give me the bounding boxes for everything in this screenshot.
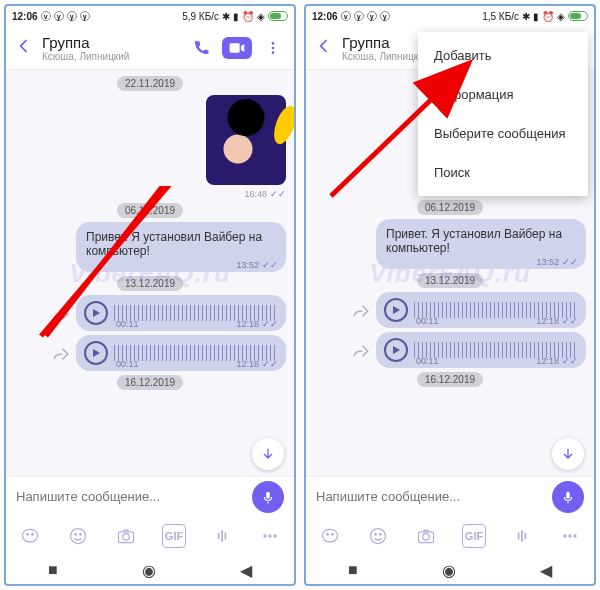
nav-back-icon[interactable]: ◀ <box>240 561 252 580</box>
chat-title: Группа <box>42 34 180 51</box>
play-button[interactable] <box>84 341 108 365</box>
menu-item-select[interactable]: Выберите сообщения <box>418 114 588 153</box>
read-checks-icon: ✓✓ <box>262 359 278 369</box>
status-app-icon: v <box>341 11 351 21</box>
svg-point-25 <box>375 534 377 536</box>
menu-item-search[interactable]: Поиск <box>418 153 588 192</box>
emoji-picker-icon[interactable] <box>66 524 90 548</box>
nav-recent-icon[interactable]: ■ <box>348 561 358 579</box>
overflow-menu: Добавить Информация Выберите сообщения П… <box>418 32 588 196</box>
status-app-icon: y <box>367 11 377 21</box>
read-checks-icon: ✓✓ <box>262 260 278 270</box>
more-tools-icon[interactable] <box>258 524 282 548</box>
emoji-picker-icon[interactable] <box>366 524 390 548</box>
msg-text: Привет. Я установил Вайбер на компьютер! <box>386 227 562 255</box>
status-time: 12:06 <box>312 11 338 22</box>
svg-point-26 <box>380 534 382 536</box>
voice-message[interactable]: 00:11 12:18✓✓ <box>76 335 286 371</box>
voice-wave-icon[interactable] <box>210 524 234 548</box>
back-button[interactable] <box>314 36 334 60</box>
tool-row: GIF <box>6 516 294 556</box>
nav-recent-icon[interactable]: ■ <box>48 561 58 579</box>
message-input[interactable] <box>16 489 244 504</box>
date-chip: 06.12.2019 <box>117 203 183 218</box>
svg-point-29 <box>563 534 566 537</box>
gif-picker-icon[interactable]: GIF <box>462 524 486 548</box>
msg-text: Привет. Я установил Вайбер на компьютер! <box>86 230 262 258</box>
chat-subtitle: Ксюша, Липницкий <box>42 51 180 62</box>
gif-picker-icon[interactable]: GIF <box>162 524 186 548</box>
more-tools-icon[interactable] <box>558 524 582 548</box>
svg-point-12 <box>123 534 130 541</box>
svg-point-15 <box>273 534 276 537</box>
voice-message[interactable]: 00:11 12:18✓✓ <box>376 292 586 328</box>
phone-left: 12:06 v y y y 5,9 КБ/с ✱ ▮ ⏰ ◈ Группа Кс… <box>4 4 296 586</box>
nav-home-icon[interactable]: ◉ <box>442 561 456 580</box>
svg-point-22 <box>327 534 329 536</box>
battery-icon <box>268 11 288 21</box>
svg-point-30 <box>568 534 571 537</box>
forward-icon[interactable] <box>352 342 370 364</box>
camera-icon[interactable] <box>114 524 138 548</box>
forward-icon[interactable] <box>52 345 70 367</box>
mic-button[interactable] <box>552 481 584 513</box>
voice-wave-icon[interactable] <box>510 524 534 548</box>
msg-time: 12:18 <box>236 319 259 329</box>
nav-home-icon[interactable]: ◉ <box>142 561 156 580</box>
play-button[interactable] <box>84 301 108 325</box>
signal-icon: ▮ <box>533 11 539 22</box>
read-checks-icon: ✓✓ <box>270 189 286 199</box>
svg-point-2 <box>272 46 275 49</box>
alarm-icon: ⏰ <box>542 11 554 22</box>
sticker-message[interactable] <box>206 95 286 185</box>
scroll-down-button[interactable] <box>252 438 284 470</box>
back-button[interactable] <box>14 36 34 60</box>
call-button[interactable] <box>188 35 214 61</box>
text-message[interactable]: Привет. Я установил Вайбер на компьютер!… <box>376 219 586 269</box>
signal-icon: ▮ <box>233 11 239 22</box>
svg-point-9 <box>75 534 77 536</box>
menu-item-add[interactable]: Добавить <box>418 36 588 75</box>
svg-point-14 <box>268 534 271 537</box>
svg-rect-4 <box>266 491 270 498</box>
status-app-icon: y <box>354 11 364 21</box>
battery-icon <box>568 11 588 21</box>
voice-message[interactable]: 00:11 12:18✓✓ <box>76 295 286 331</box>
play-button[interactable] <box>384 298 408 322</box>
video-call-button[interactable] <box>222 37 252 59</box>
voice-duration: 00:11 <box>116 319 139 329</box>
msg-time: 13:52 <box>536 257 559 267</box>
status-app-icon: y <box>54 11 64 21</box>
nav-back-icon[interactable]: ◀ <box>540 561 552 580</box>
svg-rect-21 <box>323 529 338 542</box>
tool-row: GIF <box>306 516 594 556</box>
svg-rect-20 <box>566 491 570 498</box>
message-input[interactable] <box>316 489 544 504</box>
text-message[interactable]: Привет. Я установил Вайбер на компьютер!… <box>76 222 286 272</box>
scroll-down-button[interactable] <box>552 438 584 470</box>
play-button[interactable] <box>384 338 408 362</box>
camera-icon[interactable] <box>414 524 438 548</box>
input-row <box>306 476 594 516</box>
chat-body[interactable]: ViberFAQ.ru 22.11.2019 16:48 ✓✓ 06.12.20… <box>6 70 294 476</box>
forward-icon[interactable] <box>352 302 370 324</box>
menu-item-info[interactable]: Информация <box>418 75 588 114</box>
mic-button[interactable] <box>252 481 284 513</box>
status-rate: 5,9 КБ/с <box>182 11 219 22</box>
date-chip: 16.12.2019 <box>417 372 483 387</box>
status-bar: 12:06 v y y y 1,5 КБ/с ✱ ▮ ⏰ ◈ <box>306 6 594 26</box>
more-button[interactable] <box>260 35 286 61</box>
status-time: 12:06 <box>12 11 38 22</box>
voice-message[interactable]: 00:11 12:18✓✓ <box>376 332 586 368</box>
msg-time: 12:18 <box>536 356 559 366</box>
phone-right: 12:06 v y y y 1,5 КБ/с ✱ ▮ ⏰ ◈ Группа Кс… <box>304 4 596 586</box>
svg-point-3 <box>272 51 275 54</box>
chat-header: Группа Ксюша, Липницкий <box>6 26 294 70</box>
svg-point-1 <box>272 42 275 45</box>
read-checks-icon: ✓✓ <box>562 316 578 326</box>
sticker-picker-icon[interactable] <box>318 524 342 548</box>
sticker-picker-icon[interactable] <box>18 524 42 548</box>
forward-icon[interactable] <box>52 305 70 327</box>
voice-duration: 00:11 <box>116 359 139 369</box>
svg-point-10 <box>80 534 82 536</box>
